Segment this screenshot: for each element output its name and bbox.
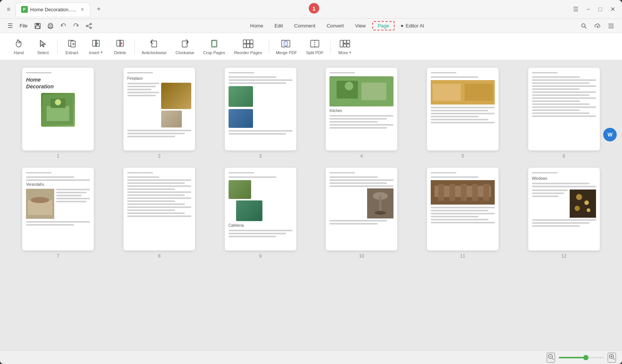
svg-rect-37 [243,44,246,48]
print-button[interactable] [45,20,56,32]
menubar: ☰ File Home Edit Comment Convert View [0,19,622,33]
view-menu-item[interactable]: View [351,21,370,30]
page-3-header-line [229,72,254,73]
split-tool-button[interactable]: Split PDF [302,35,327,58]
zoom-out-button[interactable] [547,353,555,362]
toolbar-divider-2 [134,39,135,54]
more-tool-button[interactable]: More ▼ [334,35,356,58]
svg-point-63 [30,197,49,203]
svg-text:P: P [23,8,26,12]
comment-menu-item[interactable]: Comment [290,21,320,30]
edit-menu-item[interactable]: Edit [270,21,287,30]
menu-left: ☰ File [5,20,95,32]
hamburger-menu-icon[interactable]: ☰ [5,21,15,31]
text-line [127,206,191,208]
page-12-card[interactable]: Windows [528,168,600,250]
save-button[interactable] [32,20,43,32]
page-6-card[interactable] [528,68,600,150]
undo-button[interactable] [58,20,69,32]
svg-point-8 [90,23,91,25]
page-menu-item[interactable]: Page [372,21,394,30]
home-menu-item[interactable]: Home [245,21,268,30]
merge-tool-label: Merge PDF [276,50,297,55]
anticlockwise-tool-button[interactable]: Anticlockwise [138,35,170,58]
new-tab-button[interactable]: + [93,4,104,15]
reorder-tool-button[interactable]: Reorder Pages [230,35,266,58]
tab-title: Home Decoration...... [30,7,76,12]
file-menu-item[interactable]: File [17,21,30,30]
search-button[interactable] [578,20,590,32]
svg-point-76 [576,194,582,200]
page-12-header-line [532,172,558,173]
maximize-button[interactable]: □ [596,5,604,14]
text-line [431,222,495,223]
page-10-card[interactable] [326,168,397,250]
insert-tool-button[interactable]: Insert ▼ [85,35,107,58]
page-5-card[interactable] [427,68,499,150]
menu-icon[interactable]: ☰ [571,5,581,14]
svg-rect-47 [347,40,350,43]
page-3-card[interactable] [225,68,296,150]
svg-rect-51 [47,106,69,121]
svg-rect-36 [250,40,253,44]
page-3-images [229,86,293,107]
cloud-sync-button[interactable] [592,20,603,32]
text-line [56,201,87,202]
clockwise-tool-button[interactable]: Clockwise [172,35,198,58]
convert-menu-item[interactable]: Convert [322,21,349,30]
page-6-number: 6 [563,153,565,159]
text-line [431,207,495,208]
select-tool-button[interactable]: Select [32,35,54,58]
page-4-card[interactable]: Kitchen [326,68,397,150]
page-9-card[interactable]: Cafeteria [225,168,296,250]
text-line [431,176,479,178]
hand-tool-button[interactable]: Hand [8,35,30,58]
page-4-number: 4 [360,153,363,159]
close-button[interactable]: ✕ [608,5,617,14]
text-line [329,223,378,224]
page-3-thumb: 3 [213,68,307,159]
split-icon [309,38,320,49]
word-export-button[interactable]: W [603,128,617,141]
insert-icon [91,38,101,49]
share-button[interactable] [83,20,95,32]
text-line [532,186,596,187]
text-line [532,196,559,197]
text-line [127,182,185,184]
hamburger-btn[interactable]: ≡ [5,5,12,14]
crop-tool-button[interactable]: Crop Pages [200,35,229,58]
page-4-thumb: Kitchen 4 [315,68,409,159]
select-tool-label: Select [37,50,49,55]
text-line [127,179,191,181]
svg-rect-46 [343,40,346,43]
page-1-card[interactable]: HomeDecoration [22,68,94,150]
page-6-thumb: 6 [517,68,611,159]
editor-ai-menu-item[interactable]: ✦ Editor AI [397,21,427,30]
editor-ai-label: Editor AI [406,23,424,29]
minimize-button[interactable]: − [584,5,592,14]
zoom-slider[interactable] [559,357,604,358]
page-2-card[interactable]: Fireplace [123,68,195,150]
merge-tool-button[interactable]: Merge PDF [272,35,301,58]
extract-tool-button[interactable]: Extract [61,35,83,58]
zoom-in-button[interactable] [608,353,616,362]
page-5-thumb: 5 [416,68,510,159]
page-7-card[interactable]: Verandahs [22,168,94,250]
page-grid: HomeDecoration 1 Fireplace [11,68,611,259]
more-icon [340,38,350,49]
svg-point-67 [375,211,386,215]
page-11-card[interactable] [427,168,499,250]
text-line [532,91,596,93]
text-line [532,103,590,105]
page-5-number: 5 [462,153,464,159]
page-3-blue-image [229,109,253,128]
profile-menu-button[interactable] [605,20,617,32]
page-8-card[interactable] [123,168,195,250]
redo-button[interactable] [70,20,82,32]
svg-point-56 [345,82,354,91]
delete-tool-button[interactable]: Delete [109,35,131,58]
svg-rect-59 [433,84,461,101]
tab-close-icon[interactable]: ✕ [80,6,85,12]
text-line [127,197,191,199]
active-tab[interactable]: P Home Decoration...... ✕ [15,3,90,16]
